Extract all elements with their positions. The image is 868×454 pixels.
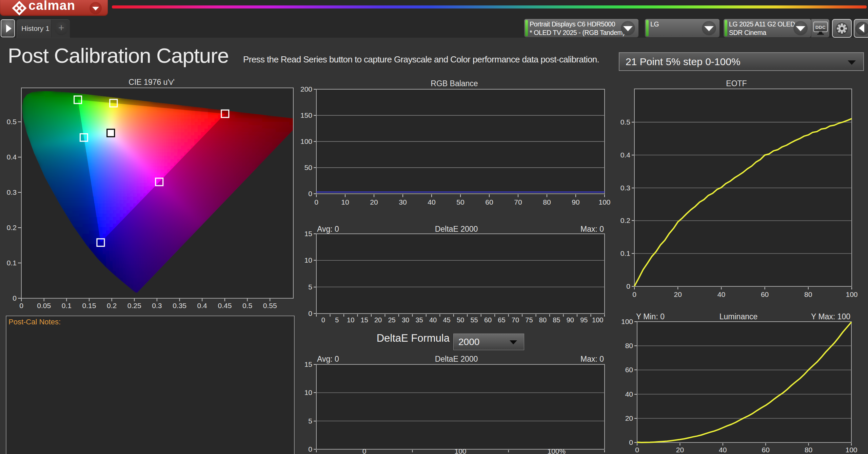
svg-text:0: 0 [13, 294, 17, 302]
svg-text:10: 10 [304, 389, 312, 396]
svg-text:Avg: 0: Avg: 0 [317, 225, 339, 233]
svg-text:40: 40 [717, 290, 725, 298]
svg-text:100: 100 [592, 316, 603, 324]
svg-text:100: 100 [300, 137, 312, 145]
svg-text:Avg: 0: Avg: 0 [317, 355, 339, 363]
svg-text:DeltaE Formula: DeltaE Formula [377, 332, 450, 344]
svg-text:100: 100 [598, 198, 610, 206]
svg-text:80: 80 [804, 290, 812, 298]
svg-text:0: 0 [314, 198, 318, 206]
svg-text:0.3: 0.3 [7, 188, 17, 196]
svg-text:20: 20 [674, 290, 682, 298]
svg-text:0: 0 [632, 290, 636, 298]
svg-text:10: 10 [341, 198, 349, 206]
svg-text:Post-Cal Notes:: Post-Cal Notes: [8, 318, 61, 326]
svg-text:0.4: 0.4 [197, 302, 208, 309]
svg-text:70: 70 [514, 198, 522, 206]
svg-text:70: 70 [512, 316, 519, 324]
svg-text:DeltaE 2000: DeltaE 2000 [435, 225, 478, 233]
svg-text:0.5: 0.5 [242, 302, 252, 309]
svg-text:85: 85 [553, 316, 560, 324]
svg-text:5: 5 [308, 417, 312, 425]
svg-text:0.1: 0.1 [620, 249, 630, 257]
svg-text:40: 40 [429, 316, 437, 324]
svg-text:0: 0 [321, 316, 325, 324]
svg-text:0.2: 0.2 [7, 224, 17, 231]
svg-text:80: 80 [543, 198, 551, 206]
svg-text:15: 15 [304, 230, 312, 238]
svg-text:0.25: 0.25 [127, 302, 141, 309]
svg-text:80: 80 [805, 446, 812, 454]
svg-text:95: 95 [580, 316, 588, 324]
svg-text:100: 100 [845, 446, 857, 454]
svg-text:0.3: 0.3 [620, 184, 630, 192]
svg-text:RGB Balance: RGB Balance [431, 79, 478, 88]
svg-text:0.55: 0.55 [263, 302, 277, 309]
svg-text:0.45: 0.45 [218, 302, 232, 309]
svg-text:100%: 100% [547, 447, 566, 454]
svg-text:Luminance: Luminance [719, 312, 758, 321]
svg-text:0: 0 [635, 446, 639, 454]
svg-text:55: 55 [470, 316, 478, 324]
svg-text:60: 60 [484, 316, 492, 324]
svg-text:0.1: 0.1 [7, 259, 17, 267]
svg-text:0: 0 [362, 447, 367, 454]
svg-text:90: 90 [572, 198, 579, 206]
svg-text:60: 60 [761, 290, 769, 298]
svg-text:25: 25 [388, 316, 395, 324]
svg-text:40: 40 [625, 390, 633, 398]
svg-text:15: 15 [361, 316, 368, 324]
svg-text:0: 0 [308, 309, 312, 317]
svg-text:Max: 0: Max: 0 [580, 225, 604, 233]
svg-text:45: 45 [443, 316, 450, 324]
svg-text:0: 0 [308, 190, 312, 197]
svg-text:0.4: 0.4 [620, 151, 631, 159]
svg-text:10: 10 [304, 256, 312, 264]
svg-text:40: 40 [428, 198, 435, 206]
svg-text:0.2: 0.2 [620, 216, 630, 224]
svg-text:DeltaE 2000: DeltaE 2000 [435, 355, 478, 363]
svg-text:30: 30 [399, 198, 407, 206]
svg-text:CIE 1976 u'v': CIE 1976 u'v' [129, 78, 174, 87]
svg-text:50: 50 [304, 164, 312, 171]
svg-text:60: 60 [485, 198, 493, 206]
svg-text:20: 20 [370, 198, 378, 206]
svg-text:EOTF: EOTF [726, 79, 747, 88]
svg-text:0.5: 0.5 [7, 118, 17, 126]
svg-text:65: 65 [498, 316, 505, 324]
svg-text:0: 0 [629, 438, 633, 446]
svg-text:15: 15 [304, 360, 312, 368]
svg-text:0: 0 [19, 302, 23, 309]
svg-text:0.2: 0.2 [107, 302, 117, 309]
svg-text:20: 20 [374, 316, 382, 324]
svg-text:75: 75 [525, 316, 533, 324]
svg-text:35: 35 [415, 316, 423, 324]
svg-text:150: 150 [300, 111, 312, 119]
svg-text:90: 90 [567, 316, 574, 324]
svg-text:200: 200 [300, 85, 312, 93]
svg-text:5: 5 [335, 316, 339, 324]
svg-text:0.4: 0.4 [7, 153, 17, 161]
svg-text:Max: 0: Max: 0 [580, 355, 604, 363]
svg-text:50: 50 [457, 316, 464, 324]
svg-text:60: 60 [762, 446, 770, 454]
svg-text:0.05: 0.05 [37, 302, 51, 309]
svg-text:100: 100 [454, 447, 466, 454]
svg-text:0.3: 0.3 [152, 302, 162, 309]
svg-text:20: 20 [676, 446, 684, 454]
svg-text:0.15: 0.15 [82, 302, 96, 309]
svg-text:5: 5 [308, 283, 312, 291]
svg-text:100: 100 [621, 318, 633, 325]
svg-text:0.1: 0.1 [62, 302, 72, 309]
svg-text:100: 100 [846, 290, 857, 298]
svg-text:10: 10 [347, 316, 354, 324]
svg-text:30: 30 [402, 316, 409, 324]
svg-text:0.35: 0.35 [173, 302, 186, 309]
svg-text:40: 40 [719, 446, 727, 454]
svg-text:80: 80 [625, 342, 633, 349]
svg-text:Y Max: 100: Y Max: 100 [811, 312, 850, 321]
svg-text:0: 0 [308, 445, 312, 453]
svg-text:50: 50 [456, 198, 464, 206]
svg-text:80: 80 [539, 316, 547, 324]
svg-text:0.5: 0.5 [620, 118, 630, 126]
